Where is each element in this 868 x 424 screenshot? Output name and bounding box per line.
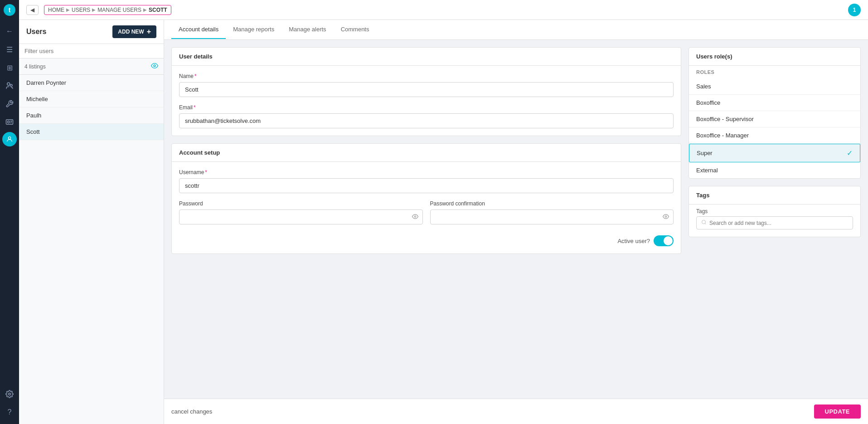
account-setup-body: Username * Password — [172, 162, 681, 253]
svg-point-10 — [665, 215, 667, 217]
bottom-bar: cancel changes UPDATE — [164, 399, 868, 424]
svg-point-9 — [414, 215, 416, 217]
role-name-boxoffice-manager: Boxoffice - Manager — [696, 132, 749, 139]
user-item-paulh[interactable]: Paulh — [19, 107, 164, 124]
password-wrapper — [179, 210, 423, 224]
people-group-icon[interactable] — [1, 78, 18, 94]
account-setup-card: Account setup Username * — [171, 143, 681, 254]
role-check-icon: ✓ — [847, 149, 853, 157]
add-new-button[interactable]: ADD NEW + — [112, 25, 156, 38]
password-confirm-label: Password confirmation — [430, 200, 674, 207]
account-setup-header: Account setup — [172, 144, 681, 162]
role-item-sales[interactable]: Sales — [689, 78, 860, 95]
active-user-label: Active user? — [617, 238, 650, 244]
role-item-boxoffice[interactable]: Boxoffice — [689, 95, 860, 111]
username-label: Username * — [179, 169, 674, 175]
form-main: User details Name * — [171, 47, 681, 391]
name-input[interactable] — [179, 82, 674, 97]
password-row: Password Password confir — [179, 200, 674, 232]
menu-icon[interactable]: ☰ — [1, 41, 18, 58]
role-name-external: External — [696, 167, 718, 174]
left-panel-header: Users ADD NEW + — [19, 20, 164, 44]
form-area: User details Name * — [164, 40, 868, 399]
svg-point-3 — [10, 84, 13, 87]
settings-icon[interactable] — [1, 386, 18, 402]
name-required: * — [194, 73, 197, 79]
notification-badge[interactable]: 1 — [848, 4, 861, 16]
tools-icon[interactable] — [1, 96, 18, 112]
content-area: Users ADD NEW + 4 listings Darren Poynte… — [19, 20, 868, 424]
tags-card: Tags Tags — [689, 186, 861, 237]
form-side: Users role(s) Roles Sales Boxoffice Boxo… — [689, 47, 861, 391]
topbar: ◀ HOME ▶ USERS ▶ MANAGE USERS ▶ SCOTT 1 — [19, 0, 868, 20]
back-nav-icon[interactable]: ← — [1, 23, 18, 39]
password-input[interactable] — [179, 210, 423, 224]
role-name-boxoffice: Boxoffice — [696, 99, 720, 106]
user-item-scott[interactable]: Scott — [19, 124, 164, 140]
name-label: Name * — [179, 73, 674, 79]
dashboard-icon[interactable]: ⊞ — [1, 59, 18, 76]
role-item-external[interactable]: External — [689, 162, 860, 178]
tag-input-wrapper — [696, 216, 853, 229]
user-item-darren[interactable]: Darren Poynter — [19, 75, 164, 91]
user-details-header: User details — [172, 48, 681, 66]
email-label: Email * — [179, 104, 674, 111]
help-icon[interactable]: ? — [1, 404, 18, 420]
roles-card: Users role(s) Roles Sales Boxoffice Boxo… — [689, 47, 861, 179]
password-confirm-eye-icon[interactable] — [663, 213, 669, 221]
tab-manage-alerts[interactable]: Manage alerts — [281, 20, 333, 39]
view-toggle-icon[interactable] — [151, 62, 158, 71]
svg-point-7 — [9, 393, 11, 395]
role-item-super[interactable]: Super ✓ — [689, 144, 860, 162]
svg-point-11 — [702, 220, 706, 224]
add-new-label: ADD NEW — [118, 29, 144, 35]
breadcrumb: HOME ▶ USERS ▶ MANAGE USERS ▶ SCOTT — [44, 5, 171, 15]
right-panel: Account details Manage reports Manage al… — [164, 20, 868, 424]
tag-search-input[interactable] — [709, 220, 848, 226]
active-user-toggle[interactable] — [654, 235, 674, 246]
tags-label: Tags — [689, 205, 860, 216]
password-confirm-input[interactable] — [430, 210, 674, 224]
role-name-sales: Sales — [696, 83, 711, 90]
cancel-changes-link[interactable]: cancel changes — [171, 408, 212, 415]
username-input[interactable] — [179, 178, 674, 193]
back-button[interactable]: ◀ — [26, 5, 39, 15]
email-required: * — [194, 104, 196, 111]
id-card-icon[interactable] — [1, 114, 18, 130]
breadcrumb-sep1: ▶ — [66, 7, 70, 12]
breadcrumb-manage-users[interactable]: MANAGE USERS — [97, 7, 141, 13]
breadcrumb-current[interactable]: SCOTT — [149, 7, 167, 13]
tab-account-details[interactable]: Account details — [171, 20, 226, 39]
roles-label: Roles — [689, 66, 860, 78]
user-details-body: Name * Email * — [172, 66, 681, 136]
back-arrow-icon: ◀ — [30, 7, 34, 13]
email-input[interactable] — [179, 113, 674, 128]
role-name-boxoffice-supervisor: Boxoffice - Supervisor — [696, 116, 754, 122]
role-item-boxoffice-supervisor[interactable]: Boxoffice - Supervisor — [689, 111, 860, 127]
name-group: Name * — [179, 73, 674, 97]
password-eye-icon[interactable] — [412, 213, 418, 221]
tab-manage-reports[interactable]: Manage reports — [226, 20, 281, 39]
filter-users-input[interactable] — [24, 48, 158, 54]
tag-search-icon — [701, 219, 707, 226]
password-confirm-wrapper — [430, 210, 674, 224]
roles-card-header: Users role(s) — [689, 48, 860, 66]
update-button[interactable]: UPDATE — [814, 405, 861, 419]
tab-comments[interactable]: Comments — [334, 20, 377, 39]
user-item-michelle[interactable]: Michelle — [19, 91, 164, 107]
search-box — [19, 44, 164, 58]
user-details-card: User details Name * — [171, 47, 681, 136]
listings-header: 4 listings — [19, 58, 164, 75]
breadcrumb-users[interactable]: USERS — [72, 7, 90, 13]
breadcrumb-home[interactable]: HOME — [48, 7, 64, 13]
breadcrumb-sep2: ▶ — [92, 7, 96, 12]
user-profile-icon[interactable] — [2, 132, 17, 146]
breadcrumb-sep3: ▶ — [143, 7, 147, 12]
main-container: ◀ HOME ▶ USERS ▶ MANAGE USERS ▶ SCOTT 1 … — [19, 0, 868, 424]
role-item-boxoffice-manager[interactable]: Boxoffice - Manager — [689, 127, 860, 144]
tags-card-header: Tags — [689, 186, 860, 205]
tabs-bar: Account details Manage reports Manage al… — [164, 20, 868, 40]
left-panel: Users ADD NEW + 4 listings Darren Poynte… — [19, 20, 164, 424]
username-group: Username * — [179, 169, 674, 193]
svg-point-5 — [8, 121, 10, 123]
